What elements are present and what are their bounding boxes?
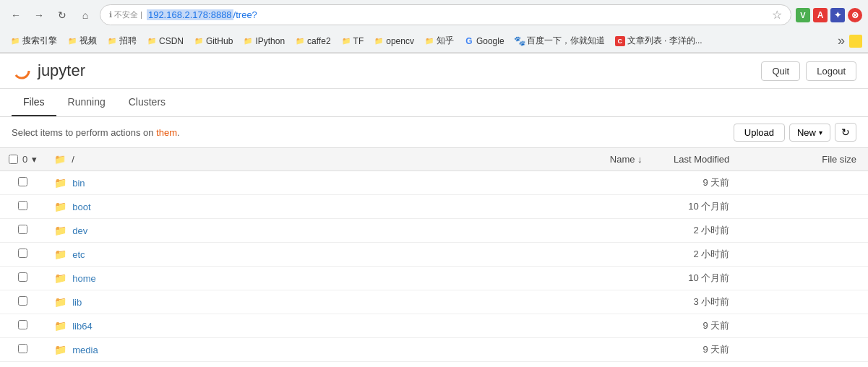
ext-circle-icon[interactable]: ⊗ [848, 8, 862, 22]
folder-link[interactable]: dev [72, 225, 87, 236]
forward-button[interactable]: → [29, 5, 49, 25]
bookmark-label: TF [353, 36, 364, 46]
bookmark-github[interactable]: 📁 GitHub [189, 34, 237, 48]
browser-toolbar: ← → ↻ ⌂ ℹ 不安全 | 192.168.2.178:8888/tree?… [0, 0, 868, 30]
table-row: 📁 dev 2 小时前 [0, 219, 868, 243]
bookmark-label: 搜索引擎 [22, 35, 57, 47]
row-modified-cell: 2 小时前 [565, 243, 739, 267]
folder-link[interactable]: home [72, 273, 96, 284]
ext-r-icon[interactable]: A [813, 8, 828, 22]
home-button[interactable]: ⌂ [75, 5, 95, 25]
bookmark-google[interactable]: G Google [460, 34, 509, 48]
row-name-cell: 📁 lib64 [46, 314, 564, 338]
google-icon: G [464, 36, 474, 46]
folder-link[interactable]: lib [72, 297, 82, 308]
bookmark-招聘[interactable]: 📁 招聘 [103, 33, 141, 49]
bookmark-搜索引擎[interactable]: 📁 搜索引擎 [6, 33, 61, 49]
bookmark-star-icon[interactable]: ☆ [772, 8, 782, 22]
row-name-cell: 📁 media [46, 338, 564, 362]
bookmark-opencv[interactable]: 📁 opencv [369, 34, 418, 48]
modified-label[interactable]: Last Modified [674, 154, 729, 165]
row-size-cell [738, 219, 868, 243]
refresh-nav-button[interactable]: ↻ [52, 5, 72, 25]
row-checkbox[interactable] [18, 320, 27, 329]
tab-clusters[interactable]: Clusters [117, 89, 177, 116]
file-browser: Select items to perform actions on them.… [0, 117, 868, 367]
folder-link[interactable]: lib64 [72, 321, 92, 332]
row-checkbox[interactable] [18, 201, 27, 210]
row-name-cell: 📁 mnt [46, 362, 564, 368]
row-checkbox[interactable] [18, 272, 27, 282]
folder-icon: 📁 [295, 36, 305, 46]
baidu-icon: 🐾 [515, 36, 525, 46]
table-row: 📁 boot 10 个月前 [0, 195, 868, 219]
bookmark-label: IPython [255, 36, 285, 46]
folder-icon: 📁 [54, 296, 66, 308]
ext-v-icon[interactable]: V [796, 8, 810, 22]
not-secure-label: 不安全 | [114, 9, 142, 20]
bookmarks-bar: 📁 搜索引擎 📁 视频 📁 招聘 📁 CSDN 📁 GitHub 📁 IPyth… [0, 30, 868, 53]
folder-link[interactable]: boot [72, 202, 90, 212]
row-checkbox[interactable] [18, 344, 27, 353]
bookmark-baidu[interactable]: 🐾 百度一下，你就知道 [510, 33, 609, 49]
folder-link[interactable]: etc [72, 249, 85, 260]
row-size-cell [738, 195, 868, 219]
refresh-files-button[interactable]: ↻ [835, 123, 856, 142]
ext-puzzle-icon[interactable]: ✦ [830, 8, 845, 22]
file-actions-bar: Select items to perform actions on them.… [0, 117, 868, 147]
select-info: Select items to perform actions on them. [12, 127, 180, 138]
folder-icon: 📁 [54, 344, 66, 355]
tab-running[interactable]: Running [56, 89, 117, 116]
bookmark-视频[interactable]: 📁 视频 [63, 33, 101, 49]
row-modified-cell: 10 个月前 [565, 267, 739, 290]
folder-link[interactable]: media [72, 345, 98, 355]
table-row: 📁 mnt 4 小时前 [0, 362, 868, 368]
row-checkbox[interactable] [18, 177, 27, 186]
back-button[interactable]: ← [6, 5, 26, 25]
table-row: 📁 bin 9 天前 [0, 171, 868, 195]
upload-button[interactable]: Upload [734, 124, 785, 142]
bookmark-caffe2[interactable]: 📁 caffe2 [291, 34, 335, 48]
row-size-cell [738, 267, 868, 290]
bookmark-ipython[interactable]: 📁 IPython [239, 34, 289, 48]
bookmark-csdn[interactable]: 📁 CSDN [142, 34, 188, 48]
quit-button[interactable]: Quit [761, 61, 800, 81]
bookmark-tf[interactable]: 📁 TF [337, 34, 369, 48]
bookmark-label: 知乎 [437, 35, 454, 47]
address-bar[interactable]: ℹ 不安全 | 192.168.2.178:8888/tree? ☆ [100, 4, 791, 25]
row-name-cell: 📁 boot [46, 195, 564, 219]
folder-icon: 📁 [54, 225, 66, 236]
bookmark-article[interactable]: C 文章列表 · 李洋的... [611, 33, 707, 49]
yellow-extension-icon[interactable] [849, 35, 862, 48]
row-modified-cell: 4 小时前 [565, 362, 739, 368]
bookmarks-more-button[interactable]: » [838, 33, 845, 48]
bookmark-label: 招聘 [119, 35, 137, 47]
url-suffix: /tree? [233, 9, 257, 20]
row-modified-cell: 2 小时前 [565, 219, 739, 243]
row-checkbox[interactable] [18, 296, 27, 306]
header-size[interactable]: File size [738, 148, 868, 171]
dropdown-arrow-icon[interactable]: ▾ [32, 154, 37, 165]
new-button[interactable]: New ▾ [789, 124, 830, 142]
path-folder-icon: 📁 [54, 154, 66, 165]
logout-button[interactable]: Logout [806, 61, 856, 81]
folder-link[interactable]: bin [72, 178, 85, 189]
row-checkbox[interactable] [18, 249, 27, 258]
row-checkbox-cell [0, 314, 46, 338]
bookmark-label: GitHub [206, 36, 233, 46]
tab-files[interactable]: Files [12, 89, 56, 116]
row-checkbox-cell [0, 362, 46, 368]
select-all-checkbox[interactable] [9, 155, 18, 164]
table-header-row: 0 ▾ 📁 / Name ↓ Last Modified [0, 148, 868, 171]
header-modified[interactable]: Name ↓ Last Modified [565, 148, 739, 171]
jupyter-header: jupyter Quit Logout [0, 53, 868, 89]
row-size-cell [738, 290, 868, 314]
address-url[interactable]: 192.168.2.178:8888/tree? [147, 9, 768, 20]
folder-icon: 📁 [54, 201, 66, 212]
bookmark-zhihu[interactable]: 📁 知乎 [420, 33, 458, 49]
folder-icon: 📁 [341, 36, 351, 46]
table-row: 📁 home 10 个月前 [0, 267, 868, 290]
row-checkbox[interactable] [18, 225, 27, 234]
new-button-label: New [797, 127, 816, 138]
tabs-bar: Files Running Clusters [0, 89, 868, 117]
